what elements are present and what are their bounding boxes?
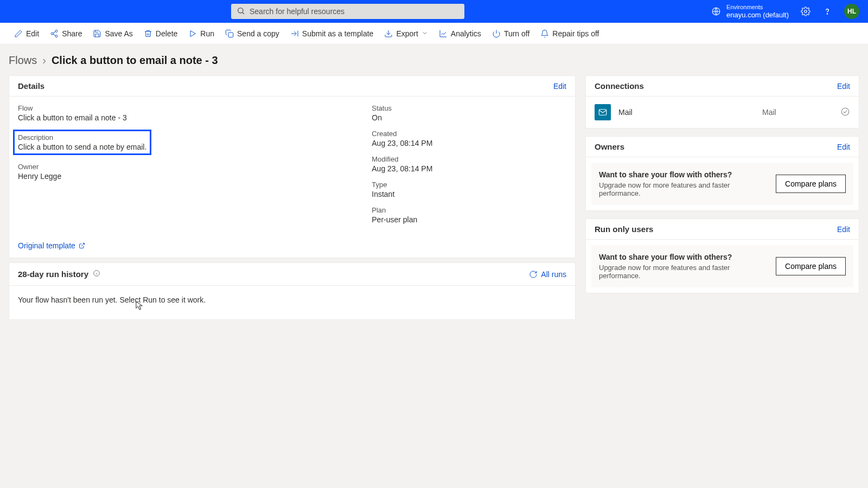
owner-value: Henry Legge — [18, 172, 372, 181]
plan-label: Plan — [372, 206, 566, 214]
details-edit-link[interactable]: Edit — [553, 82, 566, 91]
settings-icon[interactable] — [801, 7, 810, 16]
plan-value: Per-user plan — [372, 215, 566, 224]
chevron-right-icon: › — [42, 54, 46, 67]
edit-label: Edit — [26, 29, 39, 38]
share-button[interactable]: Share — [44, 26, 87, 41]
share-label: Share — [62, 29, 82, 38]
page-title: Click a button to email a note - 3 — [52, 54, 218, 67]
top-bar: Environments enayu.com (default) HL — [0, 0, 868, 23]
details-card: Details Edit Flow Click a button to emai… — [9, 75, 576, 258]
svg-point-6 — [51, 33, 53, 35]
export-button[interactable]: Export — [379, 26, 433, 41]
run-label: Run — [200, 29, 214, 38]
svg-marker-8 — [190, 30, 195, 36]
flow-label: Flow — [18, 104, 372, 112]
status-value: On — [372, 113, 566, 122]
search-input[interactable] — [250, 7, 459, 16]
save-as-button[interactable]: Save As — [87, 26, 138, 41]
export-label: Export — [396, 29, 418, 38]
run-history-title: 28-day run history — [18, 269, 88, 279]
owners-upgrade-desc: Upgrade now for more features and faster… — [599, 181, 765, 197]
repair-tips-label: Repair tips off — [552, 29, 599, 38]
mail-icon — [595, 104, 611, 120]
run-button[interactable]: Run — [183, 26, 220, 41]
owners-edit-link[interactable]: Edit — [837, 143, 850, 151]
original-template-label: Original template — [18, 241, 75, 250]
send-copy-button[interactable]: Send a copy — [220, 26, 285, 41]
repair-tips-button[interactable]: Repair tips off — [535, 26, 604, 41]
search-box[interactable] — [231, 4, 464, 19]
turn-off-button[interactable]: Turn off — [487, 26, 535, 41]
created-label: Created — [372, 130, 566, 138]
run-only-upgrade-title: Want to share your flow with others? — [599, 253, 765, 261]
delete-label: Delete — [156, 29, 177, 38]
connection-row[interactable]: Mail Mail — [595, 104, 850, 120]
external-link-icon — [79, 242, 85, 249]
modified-value: Aug 23, 08:14 PM — [372, 164, 566, 173]
environment-icon — [711, 7, 721, 16]
owners-upgrade-title: Want to share your flow with others? — [599, 170, 765, 179]
environment-name: enayu.com (default) — [726, 11, 789, 20]
compare-plans-button[interactable]: Compare plans — [776, 175, 846, 193]
run-history-empty: Your flow hasn't been run yet. Select Ru… — [9, 286, 575, 319]
environment-picker[interactable]: Environments enayu.com (default) — [711, 4, 789, 20]
connections-card: Connections Edit Mail Mail — [585, 75, 859, 129]
connections-title: Connections — [595, 81, 644, 91]
refresh-icon — [529, 270, 538, 279]
flow-value: Click a button to email a note - 3 — [18, 113, 372, 122]
status-label: Status — [372, 104, 566, 112]
run-only-upgrade-desc: Upgrade now for more features and faster… — [599, 264, 765, 280]
connection-type: Mail — [762, 108, 833, 117]
details-title: Details — [18, 81, 44, 91]
created-value: Aug 23, 08:14 PM — [372, 139, 566, 147]
owner-label: Owner — [18, 163, 372, 171]
breadcrumb-root[interactable]: Flows — [9, 54, 37, 67]
compare-plans-button[interactable]: Compare plans — [776, 257, 846, 275]
svg-point-7 — [55, 35, 58, 37]
analytics-button[interactable]: Analytics — [433, 26, 487, 41]
run-only-users-card: Run only users Edit Want to share your f… — [585, 219, 859, 293]
connections-edit-link[interactable]: Edit — [837, 82, 850, 91]
user-avatar[interactable]: HL — [844, 4, 859, 19]
environment-label: Environments — [726, 4, 789, 11]
owners-card: Owners Edit Want to share your flow with… — [585, 136, 859, 211]
svg-rect-13 — [599, 110, 607, 115]
svg-point-4 — [827, 14, 827, 14]
command-bar: Edit Share Save As Delete Run Send a cop… — [0, 23, 868, 44]
run-only-title: Run only users — [595, 224, 653, 234]
description-value: Click a button to send a note by email. — [18, 143, 146, 151]
connection-status-ok-icon — [840, 107, 850, 118]
connection-name: Mail — [618, 108, 755, 117]
analytics-label: Analytics — [451, 29, 481, 38]
description-label: Description — [18, 133, 146, 142]
svg-point-3 — [805, 10, 807, 13]
chevron-down-icon — [422, 29, 428, 38]
all-runs-link[interactable]: All runs — [529, 270, 566, 279]
modified-label: Modified — [372, 155, 566, 163]
submit-template-label: Submit as a template — [302, 29, 374, 38]
breadcrumb: Flows › Click a button to email a note -… — [0, 44, 868, 75]
turn-off-label: Turn off — [504, 29, 529, 38]
original-template-link[interactable]: Original template — [9, 235, 94, 258]
type-label: Type — [372, 181, 566, 189]
owners-upgrade-callout: Want to share your flow with others? Upg… — [591, 163, 853, 205]
info-icon[interactable] — [93, 269, 100, 279]
help-icon[interactable] — [822, 7, 832, 16]
save-as-label: Save As — [105, 29, 132, 38]
type-value: Instant — [372, 190, 566, 198]
submit-template-button[interactable]: Submit as a template — [285, 26, 379, 41]
owners-title: Owners — [595, 142, 624, 151]
search-icon — [237, 7, 245, 17]
svg-rect-9 — [228, 33, 233, 37]
edit-button[interactable]: Edit — [9, 26, 44, 41]
svg-point-5 — [55, 30, 58, 32]
svg-line-1 — [242, 12, 244, 14]
svg-point-0 — [238, 8, 243, 12]
delete-button[interactable]: Delete — [138, 26, 183, 41]
run-only-upgrade-callout: Want to share your flow with others? Upg… — [591, 245, 853, 287]
description-highlight: Description Click a button to send a not… — [13, 130, 151, 155]
svg-point-14 — [841, 108, 849, 115]
run-only-edit-link[interactable]: Edit — [837, 225, 850, 234]
run-history-card: 28-day run history All runs Your flow ha… — [9, 262, 576, 320]
